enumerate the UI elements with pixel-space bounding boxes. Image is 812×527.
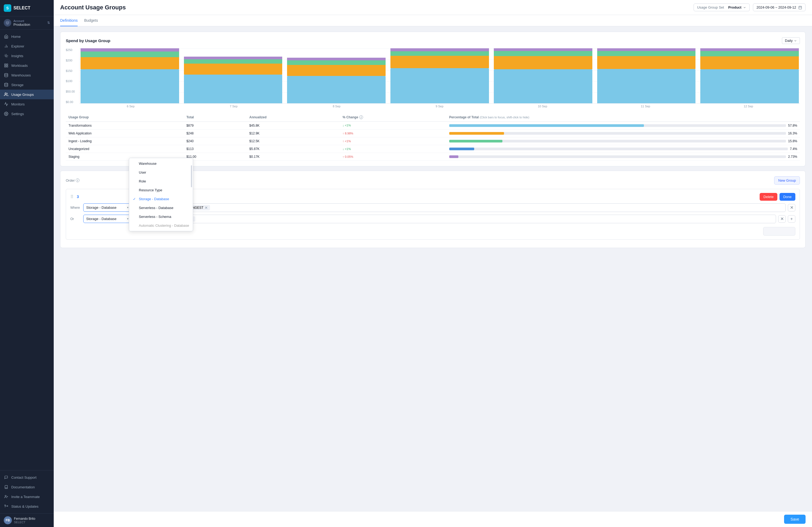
drag-handle-icon[interactable]: ⠿ (70, 194, 74, 199)
sidebar-item-label: Settings (11, 112, 24, 116)
bar-group[interactable] (389, 48, 490, 103)
group-pct[interactable]: 7.4% (447, 145, 800, 153)
sidebar-item-workloads[interactable]: Workloads (0, 61, 54, 70)
order-label: Order i (66, 178, 79, 182)
usage-group-set-label: Usage Group Set (697, 5, 724, 10)
sidebar-item-home[interactable]: Home (0, 32, 54, 41)
group-annualized: $12.9K (247, 129, 340, 137)
group-total: $248 (184, 129, 246, 137)
group-pct[interactable]: 57.8% (447, 122, 800, 129)
bar-group[interactable] (183, 48, 284, 103)
sidebar-item-storage[interactable]: Storage (0, 80, 54, 90)
done-button[interactable]: Done (780, 193, 795, 201)
dropdown-item-storage-database[interactable]: ✓ Storage - Database (129, 195, 193, 204)
dropdown-item-serverless-database[interactable]: Serverless - Database (129, 204, 193, 212)
dropdown-item-auto-clustering[interactable]: Automatic Clustering - Database (129, 221, 193, 230)
svg-point-3 (5, 55, 7, 57)
col-pct-total: Percentage of Total (Click bars to focus… (447, 113, 800, 122)
group-change: ↓ <1% (340, 122, 447, 129)
chart-period-selector[interactable]: Daily (782, 37, 800, 44)
remove-where-row-button[interactable]: ✕ (788, 204, 795, 211)
account-switcher[interactable]: Account Production ⇅ (0, 16, 54, 30)
usage-group-set-chevron-icon (743, 6, 746, 9)
col-usage-group: Usage Group (66, 113, 184, 122)
table-row: Transformations $879 $45.8K ↓ <1% 57.8% (66, 122, 800, 129)
tabs-bar: Definitions Budgets (54, 15, 812, 26)
sidebar-item-label: Workloads (11, 64, 28, 67)
where-label: Where (70, 206, 81, 210)
documentation-icon (4, 485, 9, 490)
group-pct[interactable]: 15.8% (447, 137, 800, 145)
sidebar-item-documentation[interactable]: Documentation (0, 482, 54, 492)
calendar-icon (798, 6, 802, 10)
or-field-dropdown[interactable]: Storage - Database ▾ (83, 215, 132, 223)
group-change: ↑ 8.98% (340, 129, 447, 137)
bar-group[interactable] (493, 48, 593, 103)
group-pct[interactable]: 2.73% (447, 153, 800, 161)
tag-remove-button[interactable]: ✕ (205, 206, 208, 210)
dropdown-item-serverless-schema[interactable]: Serverless - Schema (129, 212, 193, 221)
dropdown-item-resource-type[interactable]: Resource Type (129, 186, 193, 195)
sidebar-item-settings[interactable]: Settings (0, 109, 54, 119)
sidebar-item-usage-groups[interactable]: Usage Groups (0, 90, 54, 99)
add-or-row-button[interactable]: + (788, 215, 795, 223)
settings-icon (4, 111, 9, 116)
remove-or-row-button[interactable]: ✕ (778, 215, 786, 223)
date-range-selector[interactable]: 2024-09-06 ~ 2024-09-12 (753, 3, 806, 11)
svg-rect-21 (799, 6, 802, 9)
explorer-icon (4, 44, 9, 48)
y-label: $250 (66, 48, 77, 51)
dropdown-item-user[interactable]: User (129, 168, 193, 177)
pct-change-info-icon[interactable]: i (359, 115, 363, 119)
group-pct[interactable]: 16.3% (447, 129, 800, 137)
where-field-dropdown[interactable]: Storage - Database ▾ (83, 204, 132, 212)
bar-group[interactable] (79, 48, 180, 103)
save-button[interactable]: Save (784, 515, 806, 524)
svg-line-7 (7, 57, 8, 57)
sidebar-item-invite-teammate[interactable]: Invite a Teammate (0, 492, 54, 501)
sidebar-item-insights[interactable]: Insights (0, 51, 54, 61)
delete-button[interactable]: Delete (760, 193, 777, 201)
sidebar-item-contact-support[interactable]: Contact Support (0, 472, 54, 482)
insights-icon (4, 54, 9, 58)
col-total: Total (184, 113, 246, 122)
where-field-chevron-icon: ▾ (127, 206, 129, 209)
usage-group-set-selector[interactable]: Usage Group Set Product (694, 3, 750, 11)
bar-group[interactable] (699, 48, 800, 103)
order-info-icon[interactable]: i (76, 178, 79, 182)
dropdown-item-role[interactable]: Role (129, 177, 193, 186)
group-change: ↑ 0.05% (340, 153, 447, 161)
tab-definitions[interactable]: Definitions (60, 15, 77, 26)
group-total: $113 (184, 145, 246, 153)
group-actions: Delete Done (760, 193, 795, 201)
content-area: Spend by Usage Group Daily $250 $200 $15… (54, 26, 812, 511)
user-org: SELECT (14, 521, 50, 524)
user-profile[interactable]: FB Fernando Brito SELECT (0, 513, 54, 527)
sidebar-item-status-updates[interactable]: Status & Updates (0, 501, 54, 511)
sidebar-item-explorer[interactable]: Explorer (0, 41, 54, 51)
where-values-input[interactable]: SELECT_TENANT_INGEST ✕ (157, 204, 786, 212)
dropdown-item-warehouse[interactable]: Warehouse (129, 159, 193, 168)
y-label: $0.00 (66, 100, 77, 104)
table-row: Uncategorized $113 $5.87K ↓ <1% 7.4% (66, 145, 800, 153)
sidebar-item-monitors[interactable]: Monitors (0, 99, 54, 109)
group-total: $879 (184, 122, 246, 129)
usage-group-set-value: Product (728, 5, 741, 10)
app-logo-icon: S (4, 4, 11, 12)
new-group-button[interactable]: New Group (774, 176, 800, 185)
bar-group[interactable] (286, 48, 387, 103)
group-annualized: $5.87K (247, 145, 340, 153)
or-values-input[interactable]: SELECT_INGEST ✕ (157, 215, 776, 223)
group-total: $240 (184, 137, 246, 145)
date-range-value: 2024-09-06 ~ 2024-09-12 (756, 5, 796, 10)
tab-budgets[interactable]: Budgets (84, 15, 98, 26)
x-label: 11 Sep (594, 105, 697, 110)
group-name: Web Application (66, 129, 184, 137)
x-label: 9 Sep (388, 105, 491, 110)
chart-card: Spend by Usage Group Daily $250 $200 $15… (60, 32, 806, 166)
bar-group[interactable] (596, 48, 697, 103)
account-icon (4, 19, 11, 27)
sidebar-item-warehouses[interactable]: Warehouses (0, 70, 54, 80)
x-label: 10 Sep (491, 105, 594, 110)
y-axis-labels: $250 $200 $150 $100 $50.00 $0.00 (66, 48, 77, 104)
